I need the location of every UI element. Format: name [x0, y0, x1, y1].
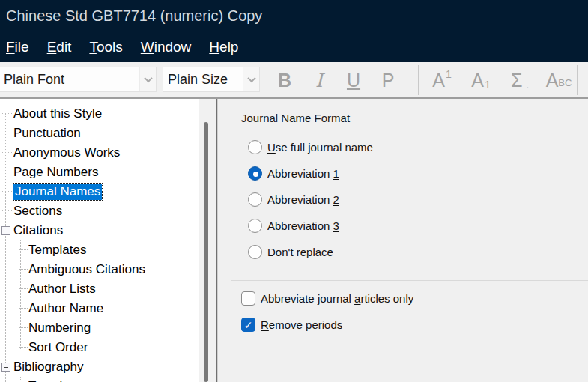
sidebar-item-author-name[interactable]: Author Name: [0, 299, 199, 318]
radio-abbreviation-1[interactable]: Abbreviation 1: [231, 160, 588, 187]
sidebar-item-author-lists[interactable]: Author Lists: [0, 279, 199, 299]
checkbox-icon: [241, 291, 255, 306]
bold-button[interactable]: B: [267, 64, 302, 97]
sidebar-item-sort-order[interactable]: Sort Order: [0, 338, 199, 357]
sidebar-item-citations-templates[interactable]: Templates: [0, 240, 199, 260]
font-size-combo[interactable]: Plain Size: [163, 67, 260, 92]
check-mark-icon: ✓: [244, 320, 253, 330]
sidebar-item-sections[interactable]: Sections: [0, 201, 199, 221]
journal-name-format-group: Journal Name Format Use full journal nam…: [231, 118, 588, 281]
menu-item-window[interactable]: Window: [141, 39, 192, 55]
menu-bar: File Edit Tools Window Help: [0, 31, 588, 62]
tree-line: [1, 191, 12, 192]
tree-line: [1, 152, 12, 153]
tree-line: [1, 210, 12, 211]
radio-use-full-journal-name[interactable]: Use full journal name: [231, 134, 588, 160]
menu-item-file[interactable]: File: [6, 39, 29, 55]
menu-item-tools[interactable]: Tools: [89, 39, 122, 55]
title-bar: Chinese Std GBT7714 (numeric) Copy: [0, 0, 588, 31]
scrollbar-thumb[interactable]: [204, 122, 208, 382]
radio-dont-replace[interactable]: Don't replace: [231, 239, 588, 265]
panel-divider: [216, 99, 218, 382]
tree-line: [19, 288, 28, 289]
collapse-minus-icon[interactable]: [1, 363, 10, 372]
sidebar-item-anonymous-works[interactable]: Anonymous Works: [0, 143, 199, 163]
menu-item-edit[interactable]: Edit: [47, 39, 72, 55]
sidebar-scrollbar[interactable]: [199, 99, 216, 382]
tree-line: [19, 347, 28, 348]
font-size-value: Plain Size: [163, 72, 243, 88]
sidebar-item-journal-names[interactable]: Journal Names: [0, 182, 199, 201]
radio-selected-icon: [248, 166, 262, 181]
radio-icon: [248, 140, 262, 154]
radio-abbreviation-3[interactable]: Abbreviation 3: [231, 213, 588, 239]
window-title: Chinese Std GBT7714 (numeric) Copy: [0, 7, 262, 25]
checkbox-checked-icon: ✓: [241, 318, 255, 332]
sidebar-item-bibliography-templates[interactable]: Templates: [0, 377, 199, 382]
sidebar-item-page-numbers[interactable]: Page Numbers: [0, 163, 199, 182]
format-toolbar: Plain Font Plain Size B I U P A1 A1 Σ. A…: [0, 62, 588, 99]
checkbox-abbreviate-journal-articles-only[interactable]: Abbreviate journal articles only: [241, 291, 413, 306]
radio-icon: [248, 245, 262, 259]
sidebar-item-bibliography[interactable]: Bibliography: [0, 357, 199, 377]
sidebar-item-ambiguous-citations[interactable]: Ambiguous Citations: [0, 260, 199, 279]
tree-line: [1, 113, 12, 114]
tree-line: [1, 133, 12, 133]
group-title: Journal Name Format: [237, 112, 354, 124]
content-area: About this Style Punctuation Anonymous W…: [0, 99, 588, 382]
tree-line: [19, 327, 28, 328]
chevron-down-icon: [144, 74, 152, 82]
font-size-dropdown-button[interactable]: [243, 67, 259, 91]
toolbar-separator: [418, 65, 419, 95]
radio-abbreviation-2[interactable]: Abbreviation 2: [231, 187, 588, 213]
radio-icon: [248, 219, 262, 233]
sidebar-item-numbering[interactable]: Numbering: [0, 318, 199, 338]
toolbar-separator: [577, 65, 578, 95]
journal-names-panel: Journal Name Format Use full journal nam…: [219, 99, 588, 382]
journal-name-format-options: Use full journal name Abbreviation 1 Abb…: [231, 134, 588, 265]
menu-item-help[interactable]: Help: [209, 39, 238, 55]
collapse-minus-icon[interactable]: [1, 226, 10, 235]
small-caps-button[interactable]: ABC: [539, 64, 578, 97]
sidebar-item-about-this-style[interactable]: About this Style: [0, 104, 199, 124]
style-sections-tree: About this Style Punctuation Anonymous W…: [0, 99, 199, 382]
sidebar-item-punctuation[interactable]: Punctuation: [0, 124, 199, 143]
underline-button[interactable]: U: [336, 64, 371, 97]
font-name-dropdown-button[interactable]: [139, 67, 156, 91]
subscript-button[interactable]: A1: [461, 64, 500, 97]
checkbox-remove-periods[interactable]: ✓ Remove periods: [241, 318, 342, 332]
tree-line: [1, 172, 12, 172]
radio-icon: [248, 192, 262, 207]
tree-line: [19, 249, 28, 250]
italic-button[interactable]: I: [302, 64, 336, 97]
selected-tree-item: Journal Names: [13, 184, 102, 200]
font-name-combo[interactable]: Plain Font: [0, 67, 157, 92]
symbol-font-button[interactable]: Σ.: [500, 64, 539, 97]
tree-line: [19, 269, 28, 270]
sidebar-item-citations[interactable]: Citations: [0, 221, 199, 240]
tree-line: [19, 308, 28, 309]
plain-font-button[interactable]: P: [371, 64, 405, 97]
chevron-down-icon: [247, 74, 255, 82]
superscript-button[interactable]: A1: [422, 64, 461, 97]
font-name-value: Plain Font: [0, 72, 139, 88]
